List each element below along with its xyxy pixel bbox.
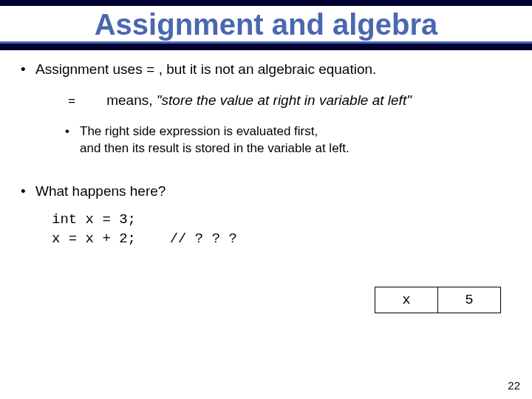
bullet-list: Assignment uses = , but it is not an alg… xyxy=(19,61,513,249)
code-line: x = x + 2; // ? ? ? xyxy=(52,231,237,247)
sub-bullet-evaluation: The right side expression is evaluated f… xyxy=(65,123,513,157)
variable-value-cell: 5 xyxy=(438,287,501,313)
text: , but it is not an algebraic equation. xyxy=(154,61,376,77)
means-row: =means, "store the value at right in var… xyxy=(68,92,513,110)
bullet-assignment-uses: Assignment uses = , but it is not an alg… xyxy=(19,61,513,157)
means-label: means, xyxy=(106,92,152,108)
text: The right side expression is evaluated f… xyxy=(80,124,318,138)
equals-sign: = xyxy=(146,62,154,78)
variable-name-cell: x xyxy=(375,287,438,313)
variable-table: x 5 xyxy=(375,287,501,313)
code-line: int x = 3; xyxy=(52,211,136,228)
text: What happens here? xyxy=(35,183,166,199)
means-quote: "store the value at right in variable at… xyxy=(153,92,412,108)
slide-title: Assignment and algebra xyxy=(0,6,532,44)
bullet-what-happens: What happens here? int x = 3; x = x + 2;… xyxy=(19,183,513,249)
equals-sign: = xyxy=(68,95,75,109)
page-number: 22 xyxy=(508,379,520,392)
sub-bullet-list: The right side expression is evaluated f… xyxy=(65,123,513,157)
code-block: int x = 3; x = x + 2; // ? ? ? xyxy=(52,211,513,248)
slide-body: Assignment uses = , but it is not an alg… xyxy=(0,50,532,249)
text: Assignment uses xyxy=(35,61,146,77)
slide: Assignment and algebra Assignment uses =… xyxy=(0,0,532,399)
title-bar: Assignment and algebra xyxy=(0,0,532,50)
text: and then its result is stored in the var… xyxy=(80,141,349,155)
